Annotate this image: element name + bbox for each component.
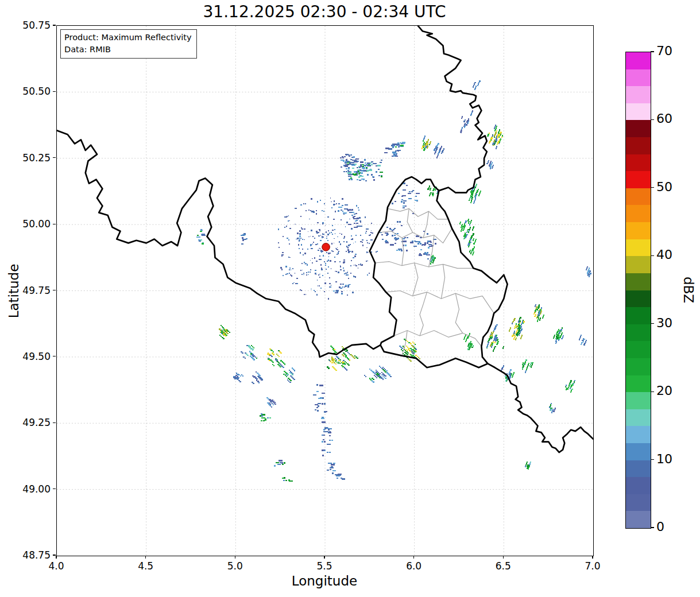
radar-echo-pixel xyxy=(202,235,203,236)
radar-echo-pixel xyxy=(551,409,552,410)
radar-echo-pixel xyxy=(316,274,317,275)
radar-echo-pixel xyxy=(492,334,493,336)
radar-echo-pixel xyxy=(356,227,358,228)
radar-echo-pixel xyxy=(343,261,345,263)
map-plot-area: Product: Maximum Reflectivity Data: RMIB xyxy=(56,25,594,556)
radar-echo-pixel xyxy=(348,224,350,225)
radar-echo-pixel xyxy=(322,435,323,436)
radar-echo-pixel xyxy=(334,243,335,244)
radar-echo-pixel xyxy=(348,245,350,246)
radar-echo-pixel xyxy=(424,252,426,253)
radar-echo-pixel xyxy=(513,338,515,340)
radar-echo-pixel xyxy=(414,348,416,349)
radar-echo-pixel xyxy=(562,336,563,338)
radar-echo-pixel xyxy=(296,278,297,279)
radar-echo-pixel xyxy=(550,404,551,406)
radar-echo-pixel xyxy=(388,373,389,374)
radar-echo-pixel xyxy=(395,150,397,152)
radar-echo-pixel xyxy=(343,212,345,214)
radar-echo-pixel xyxy=(251,356,253,358)
radar-echo-pixel xyxy=(299,239,300,241)
radar-echo-pixel xyxy=(363,168,365,169)
radar-echo-pixel xyxy=(497,340,498,342)
radar-echo-pixel xyxy=(434,149,435,151)
radar-echo-pixel xyxy=(292,367,293,369)
radar-echo-pixel xyxy=(306,272,307,273)
radar-echo-pixel xyxy=(376,370,377,371)
radar-echo-pixel xyxy=(278,242,279,243)
colorbar-label: dBZ xyxy=(681,272,696,308)
radar-echo-pixel xyxy=(430,192,431,194)
radar-echo-pixel xyxy=(327,428,328,429)
radar-echo-pixel xyxy=(427,233,428,234)
radar-echo-pixel xyxy=(337,357,339,358)
radar-echo-pixel xyxy=(347,247,349,249)
radar-echo-pixel xyxy=(345,161,347,162)
radar-echo-pixel xyxy=(490,336,492,338)
radar-echo-pixel xyxy=(240,375,242,377)
radar-echo-pixel xyxy=(366,167,368,168)
radar-echo-pixel xyxy=(336,271,337,272)
radar-echo-pixel xyxy=(330,428,332,429)
radar-echo-pixel xyxy=(497,342,498,344)
radar-echo-pixel xyxy=(380,376,381,377)
radar-echo-pixel xyxy=(573,383,574,385)
radar-echo-pixel xyxy=(345,351,347,352)
radar-echo-pixel xyxy=(409,359,411,360)
radar-echo-pixel xyxy=(427,241,429,242)
radar-echo-pixel xyxy=(360,241,361,242)
radar-echo-pixel xyxy=(467,346,469,347)
radar-echo-pixel xyxy=(543,316,544,317)
radar-echo-pixel xyxy=(385,242,387,243)
radar-echo-pixel xyxy=(282,478,284,479)
radar-echo-pixel xyxy=(359,180,361,181)
radar-echo-pixel xyxy=(242,239,244,240)
radar-echo-pixel xyxy=(387,242,389,243)
radar-echo-pixel xyxy=(565,386,566,388)
radar-echo-pixel xyxy=(318,235,319,237)
y-tick-label: 50.50 xyxy=(0,86,51,97)
y-tick-label: 50.00 xyxy=(0,218,51,230)
radar-echo-pixel xyxy=(308,272,309,273)
radar-echo-pixel xyxy=(350,244,351,245)
radar-echo-pixel xyxy=(351,179,353,180)
radar-echo-pixel xyxy=(405,245,407,246)
radar-echo-pixel xyxy=(355,254,357,255)
radar-echo-pixel xyxy=(389,374,390,375)
x-tick-mark xyxy=(235,556,235,559)
radar-echo-pixel xyxy=(239,374,241,375)
radar-echo-pixel xyxy=(235,378,237,379)
radar-echo-pixel xyxy=(408,198,410,199)
colorbar-band xyxy=(626,205,651,222)
radar-echo-pixel xyxy=(403,207,404,208)
radar-echo-pixel xyxy=(369,243,370,244)
radar-echo-pixel xyxy=(473,251,474,253)
radar-echo-pixel xyxy=(338,360,340,361)
radar-echo-pixel xyxy=(478,83,479,85)
radar-echo-pixel xyxy=(581,342,582,344)
radar-echo-pixel xyxy=(582,340,583,342)
radar-echo-pixel xyxy=(317,410,319,411)
radar-echo-pixel xyxy=(404,237,406,238)
radar-echo-pixel xyxy=(374,163,376,164)
colorbar-band xyxy=(626,120,651,137)
radar-echo-pixel xyxy=(314,238,315,239)
radar-echo-pixel xyxy=(587,272,589,273)
radar-echo-pixel xyxy=(347,271,349,272)
radar-echo-pixel xyxy=(346,171,347,172)
radar-echo-pixel xyxy=(347,352,349,353)
radar-echo-pixel xyxy=(478,195,479,196)
radar-echo-pixel xyxy=(275,358,277,359)
radar-echo-pixel xyxy=(476,192,477,193)
radar-echo-pixel xyxy=(385,148,387,149)
radar-echo-pixel xyxy=(221,336,222,337)
radar-echo-pixel xyxy=(410,343,412,344)
radar-echo-pixel xyxy=(401,225,403,226)
radar-echo-pixel xyxy=(503,365,504,367)
radar-echo-pixel xyxy=(526,369,527,370)
radar-echo-pixel xyxy=(570,387,571,389)
radar-echo-pixel xyxy=(342,363,344,365)
radar-echo-pixel xyxy=(316,384,318,385)
x-axis-label: Longitude xyxy=(56,573,593,588)
radar-echo-pixel xyxy=(401,250,403,251)
